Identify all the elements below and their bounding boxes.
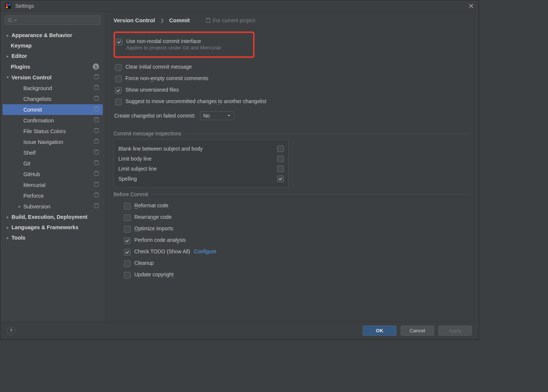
checkbox-icon[interactable] <box>116 39 122 45</box>
sidebar-item-confirmation[interactable]: Confirmation <box>3 115 103 126</box>
search-icon <box>7 18 13 23</box>
close-icon[interactable] <box>468 3 474 9</box>
checkbox-icon[interactable] <box>124 237 131 244</box>
checkbox-icon[interactable] <box>124 272 131 279</box>
apply-button[interactable]: Apply <box>439 326 472 336</box>
checkbox-icon[interactable] <box>115 76 122 82</box>
search-field[interactable] <box>19 17 98 23</box>
checkbox-icon[interactable] <box>277 155 284 162</box>
sidebar-item-label: File Status Colors <box>23 128 66 134</box>
before-commit-option[interactable]: Check TODO (Show All) Configure <box>124 246 470 258</box>
option-clear-initial[interactable]: Clear initial commit message <box>114 62 470 73</box>
inspection-row[interactable]: Spelling <box>118 174 284 184</box>
option-nonmodal[interactable]: Use non-modal commit interface Applies t… <box>116 36 248 53</box>
sidebar-item-label: GitHub <box>23 171 40 177</box>
sidebar-item-tools[interactable]: ▸Tools <box>3 233 103 243</box>
svg-point-4 <box>8 19 11 22</box>
sidebar-item-label: Git <box>23 161 30 167</box>
checkbox-icon[interactable] <box>124 214 131 221</box>
sidebar-item-subversion[interactable]: ▸Subversion <box>3 201 103 212</box>
sidebar-item-shelf[interactable]: Shelf <box>3 147 103 158</box>
option-suggest-move[interactable]: Suggest to move uncommitted changes to a… <box>114 96 470 108</box>
inspection-label: Spelling <box>118 176 137 182</box>
section-before-title: Before Commit <box>114 191 470 197</box>
checkbox-icon[interactable] <box>124 226 131 233</box>
sidebar-item-label: Tools <box>12 235 26 241</box>
project-scope-icon <box>94 149 99 156</box>
project-scope-icon <box>94 139 99 145</box>
project-scope-icon <box>94 182 99 188</box>
project-scope-icon <box>94 171 99 177</box>
inspection-row[interactable]: Limit body line <box>118 154 284 164</box>
checkbox-icon[interactable] <box>124 203 131 210</box>
titlebar: Settings <box>0 0 479 12</box>
inspection-row[interactable]: Blank line between subject and body <box>118 144 284 154</box>
breadcrumb-root[interactable]: Version Control <box>114 17 155 23</box>
chevron-right-icon: ▸ <box>17 204 22 209</box>
sidebar-item-label: Subversion <box>23 204 50 210</box>
highlighted-option: Use non-modal commit interface Applies t… <box>114 32 255 58</box>
sidebar-item-keymap[interactable]: Keymap <box>3 40 103 51</box>
checkbox-icon[interactable] <box>115 87 122 94</box>
checkbox-icon[interactable] <box>124 260 131 267</box>
sidebar-item-file-status-colors[interactable]: File Status Colors <box>3 126 103 136</box>
project-scope-icon <box>94 106 99 113</box>
before-commit-option[interactable]: Reformat code <box>124 200 470 212</box>
checkbox-icon[interactable] <box>277 165 284 172</box>
sidebar-item-github[interactable]: GitHub <box>3 169 103 179</box>
option-force-nonempty[interactable]: Force non-empty commit comments <box>114 73 470 85</box>
sidebar-item-version-control[interactable]: ▾Version Control <box>3 72 103 83</box>
checkbox-icon[interactable] <box>124 249 131 256</box>
before-commit-option[interactable]: Perform code analysis <box>124 235 470 246</box>
inspection-row[interactable]: Limit subject line <box>118 164 284 174</box>
chevron-right-icon: ❯ <box>160 18 164 23</box>
sidebar-item-commit[interactable]: Commit <box>3 104 103 115</box>
sidebar-item-label: Keymap <box>11 43 32 49</box>
checkbox-icon[interactable] <box>277 145 284 152</box>
sidebar-item-git[interactable]: Git <box>3 158 103 169</box>
sidebar-item-changelists[interactable]: Changelists <box>3 93 103 104</box>
sidebar-item-background[interactable]: Background <box>3 83 103 93</box>
ok-button[interactable]: OK <box>363 326 396 336</box>
sidebar-item-perforce[interactable]: Perforce <box>3 190 103 201</box>
sidebar-item-languages-frameworks[interactable]: ▸Languages & Frameworks <box>3 222 103 233</box>
checkbox-icon[interactable] <box>115 64 122 71</box>
sidebar-item-plugins[interactable]: Plugins1 <box>3 61 103 72</box>
sidebar-item-label: Shelf <box>23 150 36 156</box>
sidebar-item-issue-navigation[interactable]: Issue Navigation <box>3 136 103 147</box>
project-scope-icon <box>94 203 99 210</box>
inspection-label: Blank line between subject and body <box>118 146 203 152</box>
chevron-down-icon <box>14 19 17 22</box>
sidebar-item-build-execution-deployment[interactable]: ▸Build, Execution, Deployment <box>3 212 103 222</box>
project-scope-icon <box>94 96 99 102</box>
before-commit-option[interactable]: Rearrange code <box>124 212 470 223</box>
project-scope-icon <box>94 117 99 123</box>
chevron-down-icon <box>227 114 231 118</box>
sidebar-item-label: Issue Navigation <box>23 139 63 145</box>
option-show-unversioned[interactable]: Show unversioned files <box>114 85 470 96</box>
sidebar-item-editor[interactable]: ▸Editor <box>3 51 103 61</box>
breadcrumb-leaf: Commit <box>169 17 190 23</box>
search-input[interactable] <box>5 16 101 25</box>
chevron-right-icon: ▸ <box>6 215 10 220</box>
project-scope-icon <box>94 128 99 134</box>
sidebar-item-mercurial[interactable]: Mercurial <box>3 179 103 190</box>
chevron-right-icon: ▸ <box>6 33 10 38</box>
create-changelist-dropdown[interactable]: No <box>200 111 234 120</box>
sidebar-item-label: Changelists <box>23 96 52 102</box>
sidebar-item-label: Commit <box>23 107 42 113</box>
before-commit-option[interactable]: Update copyright <box>124 269 470 281</box>
sidebar-item-label: Build, Execution, Deployment <box>12 214 88 220</box>
badge: 1 <box>93 63 99 70</box>
svg-rect-2 <box>9 4 10 6</box>
configure-link[interactable]: Configure <box>194 248 216 254</box>
help-icon[interactable]: ? <box>7 327 15 335</box>
sidebar-item-label: Plugins <box>11 64 30 70</box>
checkbox-icon[interactable] <box>277 175 284 182</box>
before-commit-option[interactable]: Cleanup <box>124 258 470 269</box>
before-commit-option[interactable]: Optimize imports <box>124 223 470 235</box>
sidebar-item-appearance-behavior[interactable]: ▸Appearance & Behavior <box>3 30 103 40</box>
cancel-button[interactable]: Cancel <box>401 326 434 336</box>
checkbox-icon[interactable] <box>115 99 122 105</box>
inspection-label: Limit subject line <box>118 166 157 172</box>
